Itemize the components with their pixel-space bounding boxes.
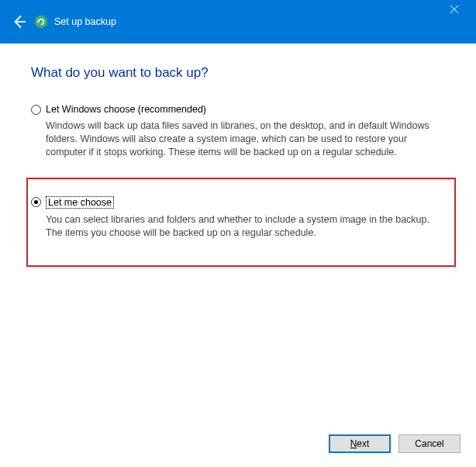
annotation-highlight-box: Let me choose You can select libraries a…	[26, 178, 456, 268]
next-button-rest: ext	[357, 438, 369, 449]
wizard-footer: Next Cancel	[329, 434, 460, 453]
next-button[interactable]: Next	[329, 434, 391, 453]
desc-windows-choose: Windows will back up data files saved in…	[46, 119, 445, 159]
desc-let-me-choose: You can select libraries and folders and…	[46, 213, 443, 240]
close-icon	[450, 5, 458, 13]
close-button[interactable]	[439, 0, 470, 19]
radio-let-me-choose[interactable]	[31, 197, 41, 207]
radio-label-windows-choose: Let Windows choose (recommended)	[46, 104, 206, 115]
radio-label-let-me-choose: Let me choose	[46, 196, 114, 209]
window-title: Set up backup	[54, 16, 116, 27]
arrow-left-icon	[9, 12, 28, 31]
wizard-content: What do you want to back up? Let Windows…	[0, 43, 476, 267]
svg-point-1	[35, 16, 47, 28]
option-windows-choose[interactable]: Let Windows choose (recommended) Windows…	[31, 104, 445, 159]
radio-windows-choose[interactable]	[31, 105, 41, 115]
page-heading: What do you want to back up?	[31, 65, 445, 81]
cancel-button[interactable]: Cancel	[398, 434, 460, 453]
option-let-me-choose[interactable]: Let me choose You can select libraries a…	[31, 196, 443, 240]
back-button[interactable]	[9, 12, 28, 31]
titlebar: Set up backup	[0, 0, 476, 43]
backup-wizard-icon	[34, 15, 48, 29]
